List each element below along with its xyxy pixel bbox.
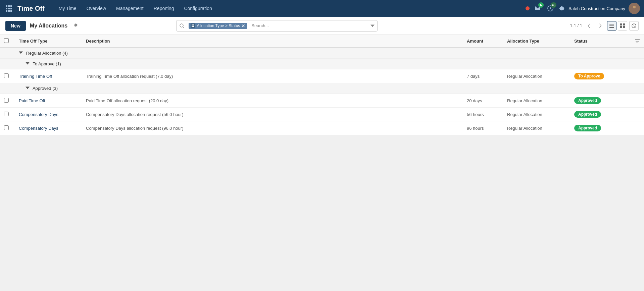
apps-grid-icon[interactable] <box>4 4 13 13</box>
subgroup-label-approved: Approved (3) <box>33 86 58 91</box>
cell-allocation-type-training: Regular Allocation <box>503 69 570 83</box>
subgroup-row-to-approve: To Approve (1) <box>0 59 644 69</box>
svg-rect-13 <box>192 24 193 25</box>
search-input[interactable] <box>249 20 368 31</box>
svg-rect-22 <box>620 26 622 28</box>
allocations-table: Time Off Type Description Amount Allocat… <box>0 35 644 135</box>
subgroup-row-approved: Approved (3) <box>0 83 644 94</box>
svg-rect-23 <box>623 26 625 28</box>
page-count: 1-1 / 1 <box>570 23 582 28</box>
cell-status-comp-56: Approved <box>570 108 631 121</box>
cell-status-comp-96: Approved <box>570 121 631 135</box>
col-header-allocation-type: Allocation Type <box>503 35 570 48</box>
company-name: Saleh Construction Company <box>568 6 625 11</box>
page-settings-icon[interactable] <box>73 22 78 29</box>
view-toggle <box>607 21 627 31</box>
cell-status-paid: Approved <box>570 94 631 108</box>
cell-amount-training: 7 days <box>463 69 503 83</box>
app-title: Time Off <box>17 5 45 12</box>
svg-rect-18 <box>609 25 614 26</box>
menu-item-reporting[interactable]: Reporting <box>149 4 179 13</box>
cell-description-training: Training Time Off allocation request (7.… <box>82 69 463 83</box>
svg-rect-4 <box>8 8 10 9</box>
subgroup-label-to-approve: To Approve (1) <box>33 61 61 66</box>
col-header-status: Status <box>570 35 631 48</box>
filter-tag-remove-button[interactable]: ✕ <box>241 23 245 28</box>
status-badge-approved-comp-96: Approved <box>574 125 601 131</box>
row-checkbox-paid[interactable] <box>4 98 9 103</box>
column-settings-icon[interactable] <box>635 39 640 44</box>
settings-icon[interactable] <box>558 5 565 12</box>
allocations-table-container: Time Off Type Description Amount Allocat… <box>0 35 644 135</box>
cell-amount-paid: 20 days <box>463 94 503 108</box>
status-badge-approved-paid: Approved <box>574 97 601 104</box>
svg-rect-17 <box>609 24 614 24</box>
table-row: Compensatory Days Compensatory Days allo… <box>0 108 644 121</box>
new-button[interactable]: New <box>5 21 26 31</box>
svg-rect-16 <box>193 26 194 27</box>
col-header-time-off-type: Time Off Type <box>15 35 82 48</box>
subgroup-expand-arrow-to-approve[interactable] <box>26 61 30 65</box>
col-header-description: Description <box>82 35 463 48</box>
group-row-regular-allocation: Regular Allocation (4) <box>0 48 644 59</box>
cell-time-off-type-comp-96[interactable]: Compensatory Days <box>15 121 82 135</box>
subgroup-expand-arrow-approved[interactable] <box>26 86 30 90</box>
history-button[interactable] <box>629 21 639 31</box>
svg-rect-14 <box>193 24 194 25</box>
cell-status-training: To Approve <box>570 69 631 83</box>
svg-rect-1 <box>8 5 10 7</box>
subheader: New My Allocations Allocation Type > Sta… <box>0 17 644 35</box>
prev-page-button[interactable] <box>584 21 594 31</box>
table-row: Compensatory Days Compensatory Days allo… <box>0 121 644 135</box>
user-avatar[interactable] <box>629 3 640 14</box>
top-menu: My Time Overview Management Reporting Co… <box>54 4 524 13</box>
svg-rect-7 <box>8 10 10 12</box>
next-page-button[interactable] <box>596 21 605 31</box>
group-expand-arrow[interactable] <box>19 51 23 55</box>
cell-amount-comp-96: 96 hours <box>463 121 503 135</box>
activities-badge: 46 <box>551 2 556 8</box>
col-header-amount: Amount <box>463 35 503 48</box>
filter-tag-allocation-type-status[interactable]: Allocation Type > Status ✕ <box>189 23 247 29</box>
table-row: Paid Time Off Paid Time Off allocation r… <box>0 94 644 108</box>
top-navigation: Time Off My Time Overview Management Rep… <box>0 0 644 17</box>
messages-icon[interactable]: 6 <box>533 4 542 13</box>
group-label-regular-allocation: Regular Allocation (4) <box>26 51 68 56</box>
cell-time-off-type-paid[interactable]: Paid Time Off <box>15 94 82 108</box>
row-checkbox-comp-96[interactable] <box>4 125 9 130</box>
menu-item-configuration[interactable]: Configuration <box>179 4 216 13</box>
filter-tag-label: Allocation Type > Status <box>197 23 240 28</box>
search-icon <box>177 23 187 28</box>
menu-item-management[interactable]: Management <box>111 4 148 13</box>
cell-description-comp-56: Compensatory Days allocation request (56… <box>82 108 463 121</box>
cell-time-off-type-training[interactable]: Training Time Off <box>15 69 82 83</box>
row-checkbox-comp-56[interactable] <box>4 112 9 116</box>
search-dropdown-arrow[interactable] <box>368 24 377 28</box>
search-bar: Allocation Type > Status ✕ <box>176 20 378 32</box>
status-badge-to-approve: To Approve <box>574 73 604 79</box>
svg-rect-20 <box>620 23 622 25</box>
cell-time-off-type-comp-56[interactable]: Compensatory Days <box>15 108 82 121</box>
svg-rect-15 <box>192 26 193 27</box>
filter-tag-icon <box>191 23 195 28</box>
top-right-actions: 6 46 Saleh Construction Company <box>526 3 640 14</box>
cell-amount-comp-56: 56 hours <box>463 108 503 121</box>
svg-rect-2 <box>10 5 12 7</box>
svg-rect-8 <box>10 10 12 12</box>
svg-point-11 <box>180 24 183 27</box>
kanban-view-button[interactable] <box>618 21 627 31</box>
cell-allocation-type-paid: Regular Allocation <box>503 94 570 108</box>
svg-rect-5 <box>10 8 12 9</box>
menu-item-overview[interactable]: Overview <box>82 4 111 13</box>
cell-allocation-type-comp-56: Regular Allocation <box>503 108 570 121</box>
row-checkbox-training[interactable] <box>4 73 9 78</box>
activities-icon[interactable]: 46 <box>546 4 555 13</box>
select-all-checkbox[interactable] <box>4 38 9 43</box>
messages-badge: 6 <box>538 2 544 8</box>
svg-rect-0 <box>6 5 7 7</box>
table-row: Training Time Off Training Time Off allo… <box>0 69 644 83</box>
svg-rect-6 <box>6 10 7 12</box>
list-view-button[interactable] <box>607 21 616 31</box>
svg-rect-3 <box>6 8 7 9</box>
menu-item-my-time[interactable]: My Time <box>54 4 81 13</box>
